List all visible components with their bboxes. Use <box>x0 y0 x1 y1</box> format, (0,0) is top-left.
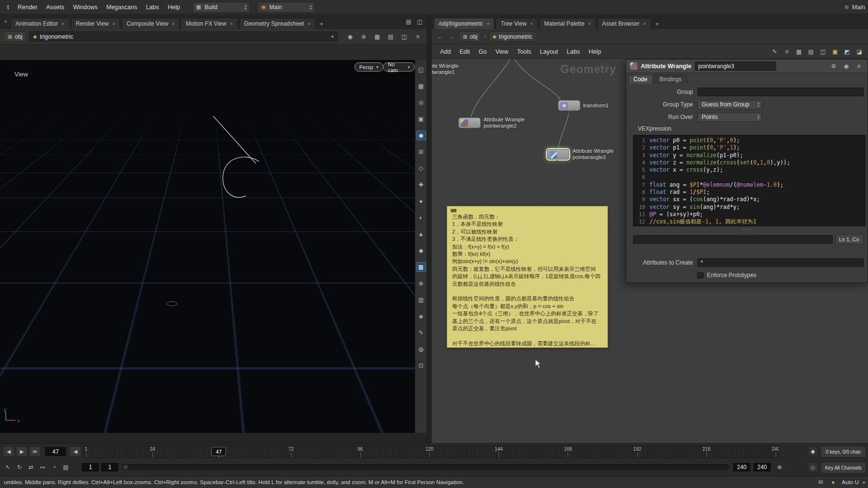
range-start-field[interactable]: 1 <box>81 462 100 472</box>
camera-menu[interactable]: No cam ▾ <box>383 62 415 72</box>
parameter-header[interactable]: Attribute Wrangle pointwrangle3 ⚙◉≡ <box>626 59 868 73</box>
add-view-icon[interactable]: ✚ <box>416 180 426 190</box>
close-tab-icon[interactable]: × <box>530 21 533 27</box>
menu-megascans[interactable]: Megascans <box>102 2 142 12</box>
wrench-icon[interactable]: ✎ <box>770 47 780 57</box>
set-key-icon[interactable]: ◆ <box>808 446 818 456</box>
node-flag[interactable] <box>468 129 470 131</box>
panel-menu-icon[interactable]: ≡ <box>854 61 864 71</box>
menu-t[interactable]: t <box>3 2 13 12</box>
view-layout-icon[interactable]: ▦ <box>416 81 426 91</box>
info-icon[interactable]: ◍ <box>416 344 426 354</box>
tab-material-palette[interactable]: Material Palette× <box>539 18 596 29</box>
pingpong-icon[interactable]: ⇄ <box>26 462 36 472</box>
node-flag[interactable] <box>567 111 570 114</box>
close-tab-icon[interactable]: × <box>588 21 591 27</box>
realtime-toggle-icon[interactable]: ◔ <box>49 462 59 472</box>
tab-geometry-spreadsheet[interactable]: Geometry Spreadsheet× <box>239 18 316 29</box>
node-transform1[interactable]: ⊕ <box>558 100 580 111</box>
pin-panel-icon[interactable]: ◉ <box>841 61 851 71</box>
cook-status-icon[interactable]: ● <box>828 477 838 487</box>
group-field[interactable] <box>697 88 864 96</box>
maximize-pane-icon[interactable]: ▤ <box>404 17 413 27</box>
memory-usage-icon[interactable]: ◈ <box>416 311 426 321</box>
close-tab-icon[interactable]: × <box>61 21 64 27</box>
play-forward-icon[interactable]: ▶ <box>16 446 28 457</box>
menu-layout[interactable]: Layout <box>536 47 563 57</box>
menu-add[interactable]: Add <box>436 47 455 57</box>
timeline-ruler[interactable]: 47 124487296120144168192216240 <box>82 445 780 458</box>
radial-menu-selector[interactable]: ≋ Main <box>844 3 865 11</box>
display-mode-icon[interactable]: ◩ <box>842 47 852 57</box>
pane-tear-icon[interactable]: ◱ <box>416 65 426 74</box>
loop-mode-icon[interactable]: ↻ <box>15 462 24 472</box>
tab-render-view[interactable]: Render View× <box>71 18 120 29</box>
pane-menu-icon[interactable]: ≡ <box>413 32 423 42</box>
menu-render[interactable]: Render <box>13 2 42 12</box>
projection-menu[interactable]: Persp ▾ <box>354 62 383 72</box>
chevron-down-icon[interactable]: ▾ <box>331 34 334 39</box>
node-name-field[interactable]: pointwrangle3 <box>695 61 776 71</box>
step-size-icon[interactable]: ↦ <box>38 462 47 472</box>
prev-frame-icon[interactable]: ◀ <box>70 446 81 457</box>
new-tab-button[interactable]: + <box>652 19 662 29</box>
range-end-field[interactable]: 240 <box>753 462 771 472</box>
close-tab-icon[interactable]: × <box>112 21 115 27</box>
update-mode-button[interactable]: Auto U <box>842 479 859 485</box>
attributes-to-create-field[interactable]: * <box>697 258 864 267</box>
shelf-set-selector[interactable]: ◉ Main ▴▾ <box>258 2 315 13</box>
handles-icon[interactable]: ◆ <box>416 246 426 255</box>
back-arrow-icon[interactable]: ← <box>436 33 444 40</box>
close-tab-icon[interactable]: × <box>230 21 233 27</box>
list-mode-icon[interactable]: ▤ <box>806 47 816 57</box>
playback-end-field[interactable]: 240 <box>733 462 751 472</box>
spinner-icon[interactable]: ▴▾ <box>757 114 759 120</box>
menu-go[interactable]: Go <box>474 47 491 57</box>
construction-plane-icon[interactable]: ▩ <box>416 262 426 272</box>
current-node-chip[interactable]: ◆ trigonometric <box>489 31 536 42</box>
play-backward-icon[interactable]: ◀ <box>3 446 15 457</box>
menu-view[interactable]: View <box>491 47 513 57</box>
key-all-channels-button[interactable]: Key All Channels <box>821 462 866 473</box>
sticky-note[interactable]: 三角函数，四元数：1，本身不是线性映射2，可以被线性映射3，不满足线性变换的性质… <box>447 206 608 348</box>
tab-code[interactable]: Code <box>628 74 653 84</box>
sticky-collapse-icon[interactable] <box>451 209 456 212</box>
menu-labs[interactable]: Labs <box>142 2 163 12</box>
enforce-prototypes-checkbox[interactable] <box>697 272 704 279</box>
pointer-mode-icon[interactable]: ↖ <box>3 462 13 472</box>
pane-float-icon[interactable]: ◫ <box>399 32 409 42</box>
keyframe-list-icon[interactable]: ▤ <box>61 462 71 472</box>
export-network-icon[interactable]: ◪ <box>854 47 864 57</box>
current-frame-field[interactable]: 47 <box>44 446 67 457</box>
menu-tools[interactable]: Tools <box>513 47 535 57</box>
gear-icon[interactable]: ⚙ <box>829 61 839 71</box>
annotate-icon[interactable]: ✎ <box>416 328 426 338</box>
grid-snap-icon[interactable]: ▦ <box>794 47 804 57</box>
playback-range-slider[interactable] <box>122 464 729 470</box>
playback-start-field[interactable]: 1 <box>101 462 119 472</box>
node-flag[interactable] <box>556 160 559 163</box>
close-tab-icon[interactable]: × <box>643 21 646 27</box>
group-type-dropdown[interactable]: Guess from Group ▴▾ <box>697 100 762 109</box>
tab-animation-editor[interactable]: Animation Editor× <box>11 18 69 29</box>
follow-selection-icon[interactable]: ◉ <box>345 32 355 42</box>
close-tab-icon[interactable]: × <box>172 21 175 27</box>
up-axis-icon[interactable]: ▲ <box>416 229 426 239</box>
menu-help[interactable]: Help <box>584 47 605 57</box>
snippet-search-field[interactable] <box>633 235 833 244</box>
view-pin-icon[interactable]: ◉ <box>416 131 426 140</box>
spinner-icon[interactable]: ▴▾ <box>757 102 759 107</box>
frame-all-icon[interactable]: ⊞ <box>416 147 426 157</box>
range-handle[interactable] <box>123 465 128 469</box>
node-pointwrangle3[interactable] <box>547 149 569 160</box>
grid-overlay-icon[interactable]: ⊡ <box>416 361 426 370</box>
pane-options-icon[interactable]: ◫ <box>415 17 425 27</box>
desktop-selector[interactable]: ▦ Build ▴▾ <box>192 2 250 13</box>
root-network-chip[interactable]: ▦ obj <box>459 31 481 42</box>
tab-tree-view[interactable]: Tree View× <box>496 18 538 29</box>
new-pane-icon[interactable]: ◫ <box>818 47 828 57</box>
network-editor[interactable]: Geometry Attribute Wrangle pointwrangle1… <box>432 59 868 443</box>
zoom-timeline-icon[interactable]: ⊕ <box>775 462 784 472</box>
playhead[interactable]: 47 <box>211 447 226 456</box>
camera-icon[interactable]: ◎ <box>416 98 426 107</box>
